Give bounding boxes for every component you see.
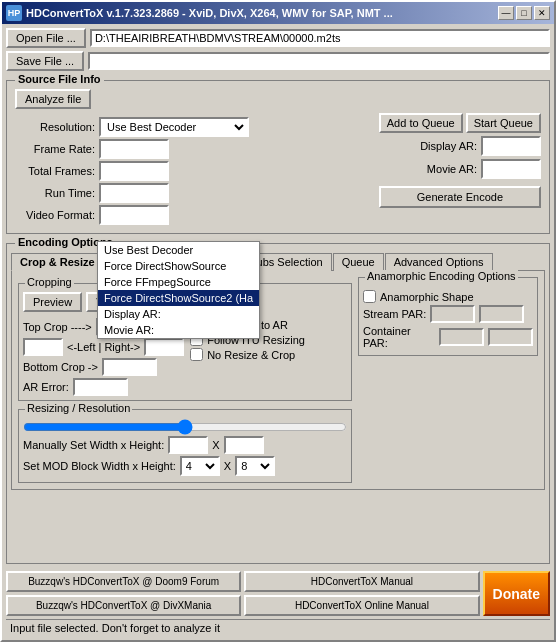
divxmania-link-button[interactable]: Buzzqw's HDConvertToX @ DivXMania bbox=[6, 595, 241, 616]
source-right: Add to Queue Start Queue Display AR: Mov… bbox=[379, 113, 541, 225]
ar-error-input[interactable] bbox=[73, 378, 128, 396]
mod-height-select[interactable]: 8 16 32 bbox=[235, 456, 275, 476]
anamorphic-body: Anamorphic Shape Stream PAR: Container P… bbox=[363, 290, 533, 349]
minimize-button[interactable]: — bbox=[498, 6, 514, 20]
titlebar: HP HDConvertToX v.1.7.323.2869 - XviD, D… bbox=[2, 2, 554, 24]
save-path-input[interactable] bbox=[88, 52, 550, 70]
display-ar-row: Display AR: bbox=[420, 136, 541, 156]
video-format-label: Video Format: bbox=[15, 209, 95, 221]
ar-error-row: AR Error: bbox=[23, 378, 184, 396]
source-left: Resolution: Use Best Decoder Force Direc… bbox=[15, 113, 373, 225]
resize-group: Resizing / Resolution Manually Set Width… bbox=[18, 409, 352, 483]
bottom-crop-row: Bottom Crop -> bbox=[23, 358, 184, 376]
anamorphic-title: Anamorphic Encoding Options bbox=[365, 270, 518, 282]
stream-par-input-1[interactable] bbox=[430, 305, 475, 323]
dropdown-item-1[interactable]: Force DirectShowSource bbox=[98, 258, 259, 274]
width-height-label: Manually Set Width x Height: bbox=[23, 439, 164, 451]
source-body: Analyze file Resolution: Use Best Decode… bbox=[11, 85, 545, 229]
tab-queue[interactable]: Queue bbox=[333, 253, 384, 271]
main-window: HP HDConvertToX v.1.7.323.2869 - XviD, D… bbox=[0, 0, 556, 642]
stream-par-row: Stream PAR: bbox=[363, 305, 533, 323]
close-button[interactable]: ✕ bbox=[534, 6, 550, 20]
maximize-button[interactable]: □ bbox=[516, 6, 532, 20]
stream-par-input-2[interactable] bbox=[479, 305, 524, 323]
container-par-row: Container PAR: bbox=[363, 325, 533, 349]
left-crop-input[interactable] bbox=[23, 338, 63, 356]
tabs-row: Crop & Resize Video Audio Audio & Subs S… bbox=[7, 252, 549, 270]
container-par-input-2[interactable] bbox=[488, 328, 533, 346]
container-par-input-1[interactable] bbox=[439, 328, 484, 346]
right-panel: Anamorphic Encoding Options Anamorphic S… bbox=[358, 277, 538, 483]
dropdown-item-4[interactable]: Display AR: bbox=[98, 306, 259, 322]
start-queue-button[interactable]: Start Queue bbox=[466, 113, 541, 133]
movie-ar-row: Movie AR: bbox=[427, 159, 541, 179]
anamorphic-shape-label: Anamorphic Shape bbox=[380, 291, 474, 303]
right-crop-input[interactable] bbox=[144, 338, 184, 356]
no-resize-checkbox[interactable] bbox=[190, 348, 203, 361]
movie-ar-label: Movie AR: bbox=[427, 163, 477, 175]
x-label-1: X bbox=[212, 439, 219, 451]
bottom-crop-label: Bottom Crop -> bbox=[23, 361, 98, 373]
dropdown-item-5[interactable]: Movie AR: bbox=[98, 322, 259, 338]
run-time-label: Run Time: bbox=[15, 187, 95, 199]
source-group-title: Source File Info bbox=[15, 73, 104, 85]
dropdown-item-3[interactable]: Force DirectShowSource2 (Ha bbox=[98, 290, 259, 306]
anamorphic-group: Anamorphic Encoding Options Anamorphic S… bbox=[358, 277, 538, 356]
dropdown-item-2[interactable]: Force FFmpegSource bbox=[98, 274, 259, 290]
dropdown-item-0[interactable]: Use Best Decoder bbox=[98, 242, 259, 258]
source-main-row: Resolution: Use Best Decoder Force Direc… bbox=[15, 113, 541, 225]
manual-link-button[interactable]: HDConvertToX Manual bbox=[244, 571, 479, 592]
encoding-options-section: Encoding Options Crop & Resize Video Aud… bbox=[6, 243, 550, 564]
resolution-label: Resolution: bbox=[15, 121, 95, 133]
total-frames-input[interactable] bbox=[99, 161, 169, 181]
stream-par-label: Stream PAR: bbox=[363, 308, 426, 320]
no-resize-row: No Resize & Crop bbox=[190, 348, 305, 361]
save-file-button[interactable]: Save File ... bbox=[6, 51, 84, 71]
status-text: Input file selected. Don't forget to ana… bbox=[10, 622, 220, 634]
container-par-label: Container PAR: bbox=[363, 325, 435, 349]
left-right-label: <-Left | Right-> bbox=[67, 341, 140, 353]
x-label-2: X bbox=[224, 460, 231, 472]
window-body: Open File ... Save File ... Source File … bbox=[2, 24, 554, 640]
bottom-section: Buzzqw's HDConvertToX @ Doom9 Forum HDCo… bbox=[6, 571, 550, 616]
display-ar-label: Display AR: bbox=[420, 140, 477, 152]
mod-width-select[interactable]: 4 8 16 32 bbox=[180, 456, 220, 476]
height-input[interactable] bbox=[224, 436, 264, 454]
width-input[interactable] bbox=[168, 436, 208, 454]
toolbar-row: Open File ... bbox=[6, 28, 550, 48]
run-time-input[interactable] bbox=[99, 183, 169, 203]
resize-slider[interactable] bbox=[23, 422, 347, 432]
display-ar-input[interactable] bbox=[481, 136, 541, 156]
movie-ar-input[interactable] bbox=[481, 159, 541, 179]
video-format-input[interactable] bbox=[99, 205, 169, 225]
decoder-dropdown[interactable]: Use Best Decoder Force DirectShowSource … bbox=[97, 241, 260, 339]
top-crop-label: Top Crop ----> bbox=[23, 321, 92, 333]
open-file-button[interactable]: Open File ... bbox=[6, 28, 86, 48]
preview-button[interactable]: Preview bbox=[23, 292, 82, 312]
file-path-input[interactable] bbox=[90, 29, 550, 47]
doom9-link-button[interactable]: Buzzqw's HDConvertToX @ Doom9 Forum bbox=[6, 571, 241, 592]
online-manual-link-button[interactable]: HDConvertToX Online Manual bbox=[244, 595, 479, 616]
generate-encode-button[interactable]: Generate Encode bbox=[379, 186, 541, 208]
save-row: Save File ... bbox=[6, 51, 550, 71]
anamorphic-shape-checkbox[interactable] bbox=[363, 290, 376, 303]
lr-crop-row: <-Left | Right-> bbox=[23, 338, 184, 356]
tab-crop-resize[interactable]: Crop & Resize bbox=[11, 253, 104, 271]
titlebar-buttons: — □ ✕ bbox=[498, 6, 550, 20]
mod-block-label: Set MOD Block Width x Height: bbox=[23, 460, 176, 472]
status-bar: Input file selected. Don't forget to ana… bbox=[6, 619, 550, 636]
bottom-crop-input[interactable] bbox=[102, 358, 157, 376]
tab-inner: Cropping Preview Visual Crop Top Cro bbox=[18, 277, 538, 483]
tab-advanced[interactable]: Advanced Options bbox=[385, 253, 493, 271]
width-height-row: Manually Set Width x Height: X bbox=[23, 436, 347, 454]
decoder-select[interactable]: Use Best Decoder Force DirectShowSource … bbox=[99, 117, 249, 137]
donate-button[interactable]: Donate bbox=[483, 571, 550, 616]
add-to-queue-button[interactable]: Add to Queue bbox=[379, 113, 463, 133]
titlebar-left: HP HDConvertToX v.1.7.323.2869 - XviD, D… bbox=[6, 5, 393, 21]
queue-buttons-row: Add to Queue Start Queue bbox=[379, 113, 541, 133]
no-resize-label: No Resize & Crop bbox=[207, 349, 295, 361]
mod-block-row: Set MOD Block Width x Height: 4 8 16 32 … bbox=[23, 456, 347, 476]
cropping-title: Cropping bbox=[25, 276, 74, 288]
frame-rate-input[interactable] bbox=[99, 139, 169, 159]
analyze-button[interactable]: Analyze file bbox=[15, 89, 91, 109]
